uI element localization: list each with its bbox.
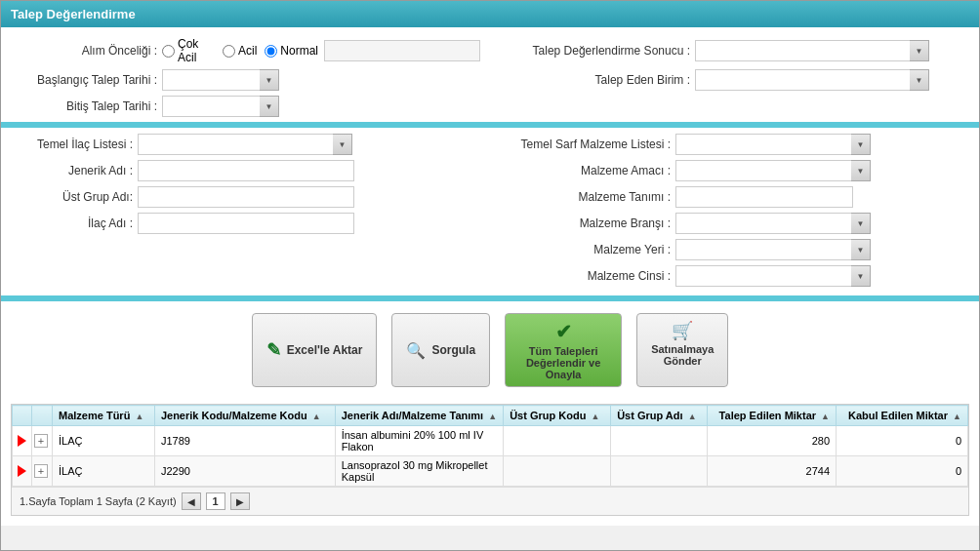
temel-ilac-input[interactable]: [138, 134, 333, 155]
malzeme-cinsi-input[interactable]: [675, 265, 851, 287]
temel-ilac-label: Temel İlaç Listesi :: [11, 138, 138, 151]
malzeme-bransi-btn[interactable]: ▼: [851, 213, 871, 234]
baslangic-tarih-input[interactable]: 01.01.2014: [162, 69, 260, 91]
ust-grup-adi-input[interactable]: [138, 186, 354, 208]
alim-onceligi-group: Çok Acil Acil Normal: [162, 37, 318, 64]
malzeme-amaci-btn[interactable]: ▼: [851, 160, 871, 181]
col-malzeme-header[interactable]: Malzeme Türü ▲: [53, 406, 155, 426]
ilac-adi-input[interactable]: [138, 213, 354, 234]
sort-arrow-jenerik-kodu: ▲: [312, 412, 321, 421]
col-indicator-header: [13, 406, 32, 426]
tum-talep-label: Tüm TalepleriDeğerlendir veOnayla: [526, 345, 600, 380]
dropdown-arrow-icon7: ▼: [857, 246, 865, 255]
row2-ust-grup-adi-cell: [611, 456, 708, 487]
sort-arrow-talep: ▲: [821, 412, 830, 421]
jenerik-adi-input[interactable]: [138, 160, 354, 181]
baslangic-tarih-wrapper: 01.01.2014 ▼: [162, 69, 279, 91]
row2-expand-btn[interactable]: +: [34, 464, 48, 478]
malzeme-tanimi-input[interactable]: [675, 186, 853, 208]
sort-arrow-ust-grup-kodu: ▲: [591, 412, 599, 421]
temel-sarf-input[interactable]: [675, 134, 851, 155]
row2-malzeme-cell: İLAÇ: [53, 456, 155, 487]
malzeme-yeri-label: Malzeme Yeri :: [500, 243, 675, 256]
talep-deg-sonuc-wrapper: ▼: [695, 40, 929, 61]
row1-expand-btn[interactable]: +: [34, 434, 48, 448]
col-talep-header[interactable]: Talep Edilen Miktar ▲: [707, 406, 836, 426]
tum-talep-button[interactable]: ✔ Tüm TalepleriDeğerlendir veOnayla: [505, 313, 622, 387]
talep-eden-birim-input[interactable]: [695, 69, 910, 91]
talep-deg-sonuc-input[interactable]: [695, 40, 910, 61]
normal-radio[interactable]: Normal: [265, 44, 318, 58]
sorgu-label: Sorgula: [431, 343, 475, 357]
excel-button[interactable]: ✎ Excel'le Aktar: [252, 313, 378, 387]
col-ust-grup-adi-header[interactable]: Üst Grup Adı ▲: [611, 406, 708, 426]
cart-icon: 🛒: [672, 320, 693, 341]
malzeme-yeri-input[interactable]: [675, 239, 851, 260]
malzeme-bransi-wrapper: ▼: [675, 213, 871, 234]
ilac-adi-label: İlaç Adı :: [11, 216, 138, 230]
temel-sarf-btn[interactable]: ▼: [851, 134, 871, 155]
dropdown-arrow-icon2: ▼: [916, 76, 923, 85]
malzeme-tanimi-label: Malzeme Tanımı :: [500, 190, 675, 204]
row2-jenerik-kodu-cell: J2290: [154, 456, 335, 487]
row2-red-arrow-icon: [18, 465, 26, 477]
button-area: ✎ Excel'le Aktar 🔍 Sorgula ✔ Tüm Taleple…: [11, 301, 969, 399]
row1-jenerik-adi-cell: İnsan albumini 20% 100 ml IV Flakon: [335, 426, 503, 456]
row1-expand-cell: +: [32, 426, 53, 456]
malzeme-amaci-wrapper: ▼: [675, 160, 871, 181]
col-ust-grup-kodu-header[interactable]: Üst Grup Kodu ▲: [504, 406, 611, 426]
next-page-btn[interactable]: ▶: [230, 492, 250, 510]
col-jenerik-adi-header[interactable]: Jenerik Adı/Malzeme Tanımı ▲: [335, 406, 503, 426]
sort-arrow-ust-grup-adi: ▲: [688, 412, 697, 421]
row2-kabul-cell: 0: [837, 456, 968, 487]
jenerik-adi-label: Jenerik Adı :: [11, 164, 138, 177]
malzeme-bransi-input[interactable]: [675, 213, 851, 234]
row1-malzeme-cell: İLAÇ: [53, 426, 155, 456]
bitis-tarih-label: Bitiş Talep Tarihi :: [11, 99, 162, 113]
sort-arrow-malzeme: ▲: [135, 412, 143, 421]
cok-acil-label: Çok Acil: [178, 37, 215, 64]
malzeme-cinsi-btn[interactable]: ▼: [851, 265, 871, 287]
malzeme-yeri-wrapper: ▼: [675, 239, 871, 260]
satinalma-label: SatınalmayaGönder: [651, 343, 714, 367]
satinalma-button[interactable]: 🛒 SatınalmayaGönder: [636, 313, 728, 387]
normal-label: Normal: [280, 44, 318, 58]
bitis-tarih-btn[interactable]: ▼: [260, 96, 279, 117]
row2-ust-grup-kodu-cell: [504, 456, 611, 487]
malzeme-yeri-btn[interactable]: ▼: [851, 239, 871, 260]
sorgu-button[interactable]: 🔍 Sorgula: [391, 313, 490, 387]
current-page: 1: [206, 492, 225, 510]
data-table: Malzeme Türü ▲ Jenerik Kodu/Malzeme Kodu…: [12, 405, 968, 487]
acil-radio[interactable]: Acil: [223, 44, 257, 58]
footer-text: 1.Sayfa Toplam 1 Sayfa (2 Kayıt): [20, 495, 177, 507]
normal-input[interactable]: [265, 45, 277, 58]
check-icon: ✔: [555, 320, 572, 343]
bitis-tarih-input[interactable]: 08.09.2014: [162, 96, 260, 117]
malzeme-amaci-input[interactable]: [675, 160, 851, 181]
grid-footer: 1.Sayfa Toplam 1 Sayfa (2 Kayıt) ◀ 1 ▶: [12, 487, 968, 515]
talep-eden-birim-wrapper: ▼: [695, 69, 929, 91]
calendar-icon: ▼: [265, 76, 273, 85]
malzeme-cinsi-label: Malzeme Cinsi :: [500, 269, 675, 283]
talep-eden-birim-label: Talep Eden Birim :: [500, 73, 695, 87]
cok-acil-radio[interactable]: Çok Acil: [162, 37, 215, 64]
ust-grup-adi-label: Üst Grup Adı:: [11, 190, 138, 204]
col-jenerik-kodu-header[interactable]: Jenerik Kodu/Malzeme Kodu ▲: [154, 406, 335, 426]
excel-label: Excel'le Aktar: [287, 343, 363, 357]
cok-acil-input[interactable]: [162, 45, 175, 58]
talep-deg-sonuc-btn[interactable]: ▼: [910, 40, 929, 61]
calendar-icon2: ▼: [265, 102, 273, 111]
talep-eden-birim-btn[interactable]: ▼: [910, 69, 929, 91]
row2-indicator-cell: [13, 456, 32, 487]
row1-jenerik-kodu-cell: J1789: [154, 426, 335, 456]
baslangic-tarih-btn[interactable]: ▼: [260, 69, 279, 91]
acil-label: Acil: [238, 44, 257, 58]
malzeme-bransi-label: Malzeme Branşı :: [500, 216, 675, 230]
col-kabul-header[interactable]: Kabul Edilen Miktar ▲: [837, 406, 968, 426]
acil-input[interactable]: [223, 45, 235, 58]
temel-ilac-btn[interactable]: ▼: [333, 134, 352, 155]
dropdown-arrow-icon3: ▼: [339, 140, 347, 149]
prev-page-btn[interactable]: ◀: [182, 492, 201, 510]
window-title: Talep Değerlendirme: [1, 1, 979, 27]
alim-onceligiLabel: Alım Önceliği :: [11, 44, 162, 58]
